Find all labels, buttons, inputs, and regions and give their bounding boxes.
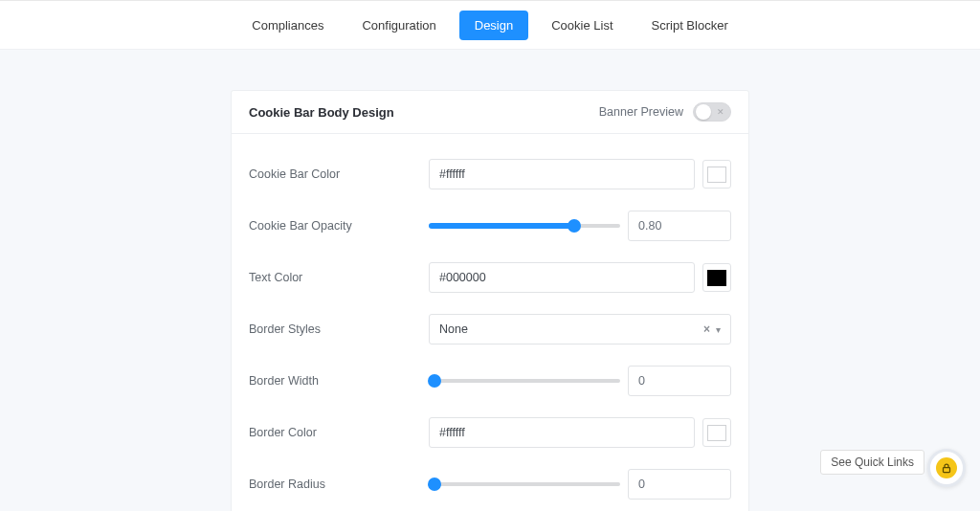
border-width-slider[interactable] xyxy=(429,375,620,387)
swatch-preview xyxy=(707,270,726,286)
cookie-bar-color-label: Cookie Bar Color xyxy=(249,167,429,181)
cookie-bar-color-swatch[interactable] xyxy=(702,160,731,189)
tab-script-blocker[interactable]: Script Blocker xyxy=(636,11,744,40)
border-width-value[interactable] xyxy=(628,366,731,396)
border-color-label: Border Color xyxy=(249,426,429,439)
card-title: Cookie Bar Body Design xyxy=(249,105,394,120)
tab-compliances[interactable]: Compliances xyxy=(236,11,339,40)
border-styles-label: Border Styles xyxy=(249,322,429,336)
text-color-label: Text Color xyxy=(249,271,429,284)
toggle-knob xyxy=(696,104,711,120)
chevron-down-icon[interactable]: ▾ xyxy=(716,324,721,335)
select-clear-icon[interactable]: × xyxy=(703,322,710,336)
border-width-label: Border Width xyxy=(249,374,429,388)
tab-design[interactable]: Design xyxy=(459,11,528,40)
cookie-bar-opacity-label: Cookie Bar Opacity xyxy=(249,219,429,233)
see-quick-links[interactable]: See Quick Links xyxy=(820,450,924,475)
border-styles-select[interactable]: None × ▾ xyxy=(429,314,731,344)
border-color-swatch[interactable] xyxy=(702,418,731,447)
tab-cookie-list[interactable]: Cookie List xyxy=(536,11,628,40)
swatch-preview xyxy=(707,425,726,441)
design-card: Cookie Bar Body Design Banner Preview ✕ … xyxy=(231,90,749,511)
cookie-bar-opacity-slider[interactable] xyxy=(429,220,620,232)
border-radius-value[interactable] xyxy=(628,469,731,500)
border-radius-label: Border Radius xyxy=(249,478,429,491)
border-styles-value: None xyxy=(439,322,468,336)
banner-preview-toggle[interactable]: ✕ xyxy=(693,102,731,122)
slider-thumb[interactable] xyxy=(428,374,441,388)
svg-rect-0 xyxy=(944,468,950,473)
border-color-input[interactable] xyxy=(429,417,695,448)
lock-icon xyxy=(936,457,957,478)
border-radius-slider[interactable] xyxy=(429,478,620,490)
swatch-preview xyxy=(707,167,726,183)
text-color-swatch[interactable] xyxy=(702,263,731,292)
slider-thumb[interactable] xyxy=(568,219,581,233)
tab-configuration[interactable]: Configuration xyxy=(346,11,451,40)
text-color-input[interactable] xyxy=(429,262,695,293)
card-header: Cookie Bar Body Design Banner Preview ✕ xyxy=(232,91,748,134)
toggle-off-icon: ✕ xyxy=(717,107,724,117)
top-tabs: Compliances Configuration Design Cookie … xyxy=(0,0,980,50)
cookie-bar-color-input[interactable] xyxy=(429,159,695,189)
banner-preview-label: Banner Preview xyxy=(599,105,683,119)
floating-help-button[interactable] xyxy=(927,449,966,487)
cookie-bar-opacity-value[interactable] xyxy=(628,211,731,241)
slider-thumb[interactable] xyxy=(428,478,441,491)
